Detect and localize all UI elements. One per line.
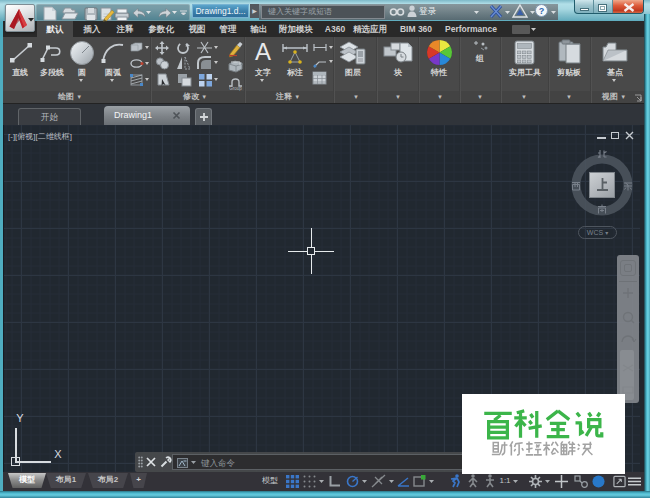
svg-text:Group: Group (229, 86, 242, 91)
svg-text:?: ? (539, 6, 545, 16)
